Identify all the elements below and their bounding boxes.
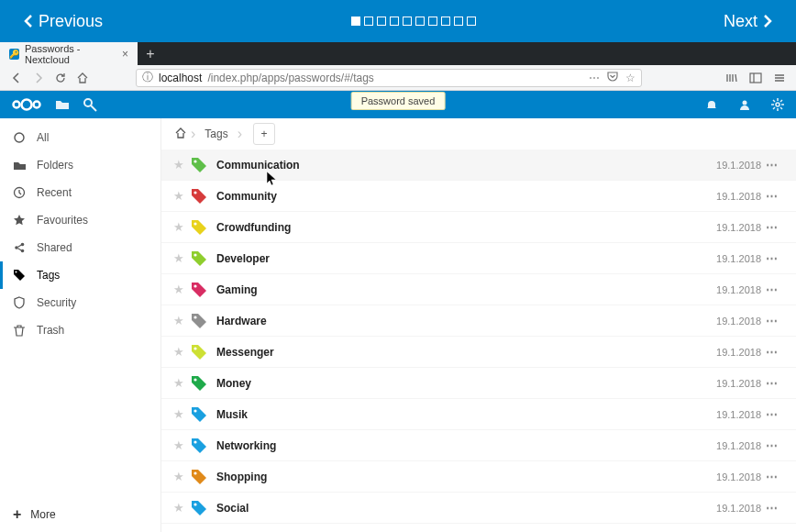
row-menu-button[interactable]: ⋯ xyxy=(761,158,783,172)
row-menu-button[interactable]: ⋯ xyxy=(761,501,783,515)
settings-gear-icon[interactable] xyxy=(770,97,785,112)
url-bar[interactable]: ⓘ localhost/index.php/apps/passwords/#/t… xyxy=(136,69,642,87)
sidebar-item-all[interactable]: All xyxy=(0,124,160,151)
bookmark-star-icon[interactable]: ☆ xyxy=(625,72,636,84)
tag-date: 19.1.2018 xyxy=(697,191,761,202)
tag-row[interactable]: ★Crowdfunding19.1.2018⋯ xyxy=(161,212,796,243)
home-button[interactable] xyxy=(75,71,90,85)
slide-indicator[interactable] xyxy=(403,17,412,26)
favourite-star-icon[interactable]: ★ xyxy=(171,314,187,327)
tag-name: Communication xyxy=(211,159,697,172)
tag-row[interactable]: ★Community19.1.2018⋯ xyxy=(161,181,796,212)
next-button[interactable]: Next xyxy=(724,12,772,31)
contacts-icon[interactable] xyxy=(737,97,752,112)
next-label: Next xyxy=(724,12,757,31)
forward-button[interactable] xyxy=(31,71,46,85)
breadcrumb-section[interactable]: Tags xyxy=(199,127,233,140)
favourite-star-icon[interactable]: ★ xyxy=(171,470,187,483)
nextcloud-logo[interactable] xyxy=(11,97,42,112)
favourite-star-icon[interactable]: ★ xyxy=(171,189,187,203)
back-button[interactable] xyxy=(9,71,24,85)
row-menu-button[interactable]: ⋯ xyxy=(761,189,783,203)
reload-button[interactable] xyxy=(53,71,68,85)
page-actions-icon[interactable]: ⋯ xyxy=(589,72,600,84)
passwords-app-icon[interactable] xyxy=(83,97,97,112)
tag-row[interactable]: ★Gaming19.1.2018⋯ xyxy=(161,274,796,305)
folders-icon xyxy=(13,159,26,172)
favourites-icon xyxy=(13,214,26,227)
row-menu-button[interactable]: ⋯ xyxy=(761,345,783,359)
slide-indicator[interactable] xyxy=(441,17,450,26)
favourite-star-icon[interactable]: ★ xyxy=(171,438,187,452)
prev-button[interactable]: Previous xyxy=(24,12,103,31)
favourite-star-icon[interactable]: ★ xyxy=(171,283,187,296)
browser-menu-icon[interactable] xyxy=(772,71,787,85)
slide-indicator[interactable] xyxy=(454,17,463,26)
pocket-icon[interactable] xyxy=(607,71,618,84)
favourite-star-icon[interactable]: ★ xyxy=(171,407,187,421)
sidebar-item-favourites[interactable]: Favourites xyxy=(0,206,160,234)
site-info-icon[interactable]: ⓘ xyxy=(142,70,153,85)
breadcrumb-home-icon[interactable] xyxy=(174,127,187,142)
tag-row[interactable]: ★Messenger19.1.2018⋯ xyxy=(161,337,796,368)
tag-row[interactable]: ★Communication19.1.2018⋯ xyxy=(161,150,796,181)
sidebar-item-label: Tags xyxy=(37,269,60,282)
slide-indicator[interactable] xyxy=(364,17,373,26)
tag-row[interactable]: ★Developer19.1.2018⋯ xyxy=(161,243,796,274)
sidebar-more-button[interactable]: +More xyxy=(0,497,160,532)
row-menu-button[interactable]: ⋯ xyxy=(761,283,783,296)
sidebar-item-security[interactable]: Security xyxy=(0,289,160,316)
svg-line-15 xyxy=(780,100,782,102)
slide-indicator[interactable] xyxy=(415,17,425,26)
row-menu-button[interactable]: ⋯ xyxy=(761,376,783,390)
sidebar-item-trash[interactable]: Trash xyxy=(0,316,160,344)
sidebar-item-label: All xyxy=(37,131,49,144)
chevron-left-icon xyxy=(24,15,33,28)
tag-row[interactable]: ★Money19.1.2018⋯ xyxy=(161,368,796,399)
tag-row[interactable]: ★Musik19.1.2018⋯ xyxy=(161,399,796,430)
svg-point-4 xyxy=(34,102,40,108)
toast-notification: Password saved xyxy=(351,92,446,110)
main-panel: › Tags › + ★Communication19.1.2018⋯★Comm… xyxy=(161,118,796,532)
slide-indicator[interactable] xyxy=(377,17,386,26)
slide-indicator[interactable] xyxy=(467,17,476,26)
tag-row[interactable]: ★Social19.1.2018⋯ xyxy=(161,493,796,524)
favourite-star-icon[interactable]: ★ xyxy=(171,220,187,234)
row-menu-button[interactable]: ⋯ xyxy=(761,407,783,421)
tab-close-button[interactable]: × xyxy=(122,48,128,61)
row-menu-button[interactable]: ⋯ xyxy=(761,251,783,265)
slide-indicator[interactable] xyxy=(428,17,437,26)
favourite-star-icon[interactable]: ★ xyxy=(171,158,187,172)
slide-indicator[interactable] xyxy=(351,17,360,26)
tag-row[interactable]: ★Shopping19.1.2018⋯ xyxy=(161,461,796,493)
favourite-star-icon[interactable]: ★ xyxy=(171,251,187,265)
sidebar-toggle-icon[interactable] xyxy=(748,71,763,85)
svg-point-34 xyxy=(193,503,196,505)
files-app-icon[interactable] xyxy=(55,97,70,112)
row-menu-button[interactable]: ⋯ xyxy=(761,438,783,452)
row-menu-button[interactable]: ⋯ xyxy=(761,470,783,483)
row-menu-button[interactable]: ⋯ xyxy=(761,314,783,327)
new-tab-button[interactable]: + xyxy=(138,42,163,65)
sidebar-item-recent[interactable]: Recent xyxy=(0,179,160,206)
row-menu-button[interactable]: ⋯ xyxy=(761,220,783,234)
tag-icon xyxy=(187,249,211,268)
browser-tab[interactable]: 🔑 Passwords - Nextcloud × xyxy=(0,42,138,65)
tag-row[interactable]: ★Networking19.1.2018⋯ xyxy=(161,430,796,461)
library-icon[interactable] xyxy=(724,71,739,85)
favourite-star-icon[interactable]: ★ xyxy=(171,376,187,390)
tag-icon xyxy=(187,281,211,299)
tab-title: Passwords - Nextcloud xyxy=(25,43,113,65)
favourite-star-icon[interactable]: ★ xyxy=(171,345,187,359)
favourite-star-icon[interactable]: ★ xyxy=(171,501,187,515)
sidebar-item-shared[interactable]: Shared xyxy=(0,234,160,261)
tag-row[interactable]: ★Hardware19.1.2018⋯ xyxy=(161,305,796,337)
url-host: localhost xyxy=(159,72,202,84)
tag-icon xyxy=(187,156,211,174)
slide-indicator[interactable] xyxy=(390,17,399,26)
tag-name: Messenger xyxy=(211,346,697,359)
add-tag-button[interactable]: + xyxy=(253,123,275,145)
notifications-icon[interactable] xyxy=(704,97,719,112)
sidebar-item-folders[interactable]: Folders xyxy=(0,151,160,179)
sidebar-item-tags[interactable]: Tags xyxy=(0,261,160,289)
